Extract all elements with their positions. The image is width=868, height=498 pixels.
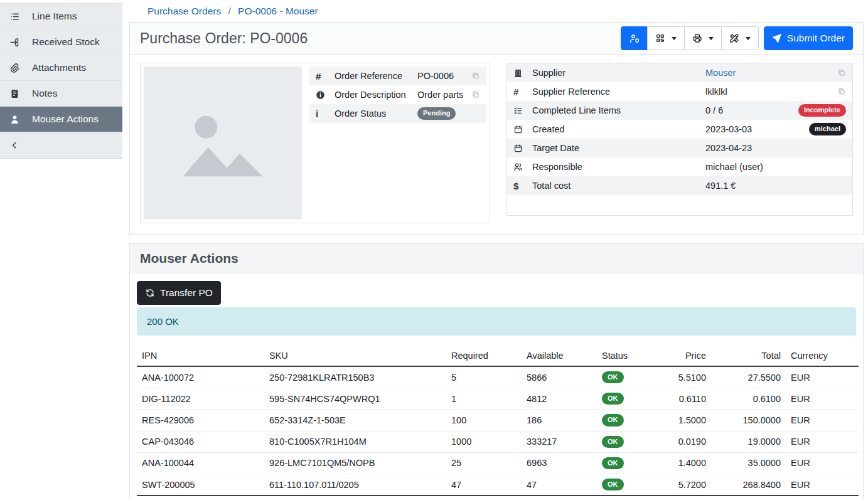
status-badge: OK: [602, 457, 624, 469]
mouser-actions-body: Transfer PO 200 OK IPN SKU Required Avai…: [130, 273, 863, 498]
currency-cell: EUR: [786, 452, 859, 474]
caret-down-icon: [709, 37, 714, 40]
users-icon: [513, 162, 526, 172]
transfer-po-button[interactable]: Transfer PO: [137, 281, 221, 305]
supplier-row: Supplier Mouser: [507, 63, 852, 82]
target-date-row: Target Date 2023-04-23: [507, 139, 852, 157]
currency-cell: EUR: [786, 388, 859, 410]
ipn-cell: SWT-200005: [137, 474, 264, 495]
table-row: ANA-100072 250-72981KLRATR150B3 5 5866 O…: [137, 366, 859, 388]
main-content: Purchase Orders / PO-0006 - Mouser Purch…: [122, 0, 868, 498]
price-cell: 1.4000: [660, 452, 711, 474]
copy-icon[interactable]: [837, 87, 846, 96]
col-ipn: IPN: [137, 347, 264, 366]
user-icon: [9, 114, 20, 125]
send-icon: [772, 33, 782, 43]
available-cell: 186: [522, 410, 597, 431]
breadcrumb-link-current-order[interactable]: PO-0006 - Mouser: [238, 6, 318, 16]
purchase-order-panel: Purchase Order: PO-0006: [129, 22, 864, 235]
sidebar-item-label: Mouser Actions: [32, 114, 99, 125]
available-cell: 333217: [522, 431, 597, 452]
submit-order-label: Submit Order: [787, 33, 845, 43]
breadcrumb-separator: /: [228, 6, 230, 16]
detail-value: Pending: [417, 107, 480, 119]
calendar-icon: [513, 125, 526, 134]
sidebar-item-line-items[interactable]: Line Items: [0, 4, 122, 29]
transfer-po-label: Transfer PO: [160, 288, 213, 298]
sidebar-collapse-button[interactable]: [0, 132, 122, 158]
refresh-icon: [145, 288, 155, 298]
user-badge: michael: [809, 123, 846, 135]
table-row: RES-429006 652-3314Z-1-503E 100 186 OK 1…: [137, 410, 859, 431]
ipn-cell: ANA-100072: [137, 366, 264, 388]
sidebar-item-attachments[interactable]: Attachments: [0, 55, 122, 81]
price-cell: 1.5000: [660, 410, 711, 431]
submit-order-button[interactable]: Submit Order: [764, 26, 853, 50]
order-actions-button[interactable]: [721, 26, 759, 50]
sku-cell: 250-72981KLRATR150B3: [264, 366, 446, 388]
caret-down-icon: [746, 37, 751, 40]
hash-icon: #: [513, 87, 526, 97]
detail-label: Created: [532, 124, 705, 134]
available-cell: 4812: [522, 388, 597, 410]
footer-total-value: 501.0000: [711, 495, 786, 498]
responsible-row: Responsible michael (user): [507, 157, 852, 176]
incomplete-badge: Incomplete: [798, 104, 846, 116]
detail-label: Order Reference: [335, 71, 417, 81]
order-details-section: # Order Reference PO-0006 Order Descri: [130, 55, 863, 234]
status-badge: OK: [602, 371, 624, 383]
sidebar: Line Items Received Stock Attachments No…: [0, 3, 122, 159]
sidebar-item-notes[interactable]: Notes: [0, 81, 122, 107]
detail-value: Order parts: [417, 90, 466, 100]
mouser-actions-header: Mouser Actions: [130, 244, 863, 273]
status-cell: OK: [597, 431, 660, 452]
copy-icon[interactable]: [471, 90, 480, 99]
order-image-placeholder[interactable]: [144, 66, 302, 220]
col-price: Price: [660, 347, 711, 366]
supplier-link[interactable]: Mouser: [705, 68, 736, 78]
status-cell: OK: [597, 388, 660, 410]
created-row: Created 2023-03-03 michael: [507, 120, 852, 139]
table-row: SWT-200005 611-110.107.011/0205 47 47 OK…: [137, 474, 859, 495]
list-icon: [9, 11, 20, 22]
detail-value: 491.1 €: [705, 181, 846, 191]
sidebar-item-received-stock[interactable]: Received Stock: [0, 29, 122, 55]
page-title: Purchase Order: PO-0006: [140, 30, 308, 47]
paperclip-icon: [9, 63, 20, 73]
order-status-badge: Pending: [417, 107, 456, 119]
ipn-cell: ANA-100044: [137, 452, 264, 474]
status-badge: OK: [602, 393, 624, 405]
total-cell: 268.8400: [711, 474, 786, 495]
order-permissions-button[interactable]: [621, 26, 648, 50]
supplier-details-table: Supplier Mouser # Supplier Reference lk: [507, 63, 852, 195]
price-cell: 0.0190: [660, 431, 711, 452]
sku-cell: 611-110.107.011/0205: [264, 474, 446, 495]
completed-line-items-row: Completed Line Items 0 / 6 Incomplete: [507, 101, 852, 120]
checklist-icon: [513, 106, 526, 115]
app-root: Line Items Received Stock Attachments No…: [0, 0, 868, 498]
detail-value: lklklkl: [705, 87, 832, 97]
table-row: DIG-112022 595-SN74HCS74QPWRQ1 1 4812 OK…: [137, 388, 859, 410]
sidebar-item-mouser-actions[interactable]: Mouser Actions: [0, 107, 122, 132]
required-cell: 25: [446, 452, 522, 474]
user-shield-icon: [629, 33, 640, 44]
copy-icon[interactable]: [837, 68, 846, 77]
copy-icon[interactable]: [471, 72, 480, 80]
breadcrumb-link-purchase-orders[interactable]: Purchase Orders: [147, 6, 221, 16]
barcode-actions-button[interactable]: [647, 26, 685, 50]
col-available: Available: [522, 347, 597, 366]
status-alert: 200 OK: [137, 307, 856, 336]
order-details-card: # Order Reference PO-0006 Order Descri: [140, 63, 490, 223]
print-actions-button[interactable]: [684, 26, 722, 50]
sku-cell: 810-C1005X7R1H104M: [264, 431, 446, 452]
detail-value: Mouser: [705, 68, 832, 78]
order-details-table: # Order Reference PO-0006 Order Descri: [309, 66, 486, 220]
detail-label: Supplier Reference: [532, 87, 705, 97]
footer-total-label: Total: [137, 495, 264, 498]
col-total: Total: [711, 347, 786, 366]
price-cell: 5.5100: [660, 366, 711, 388]
status-cell: OK: [597, 452, 660, 474]
col-status: Status: [597, 347, 660, 366]
info-icon: i: [316, 109, 328, 119]
required-cell: 1: [446, 388, 522, 410]
